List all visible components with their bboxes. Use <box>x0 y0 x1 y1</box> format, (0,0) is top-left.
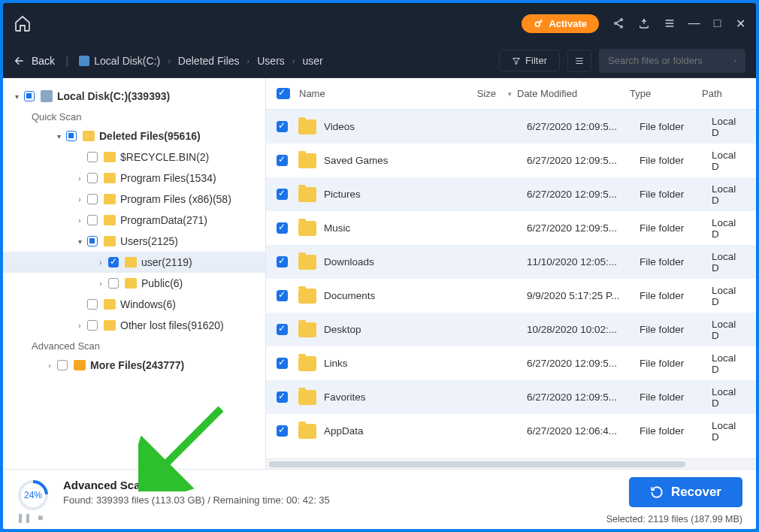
table-row[interactable]: Saved Games6/27/2020 12:09:5...File fold… <box>266 144 756 177</box>
checkbox[interactable] <box>87 173 98 183</box>
view-list-button[interactable] <box>567 50 591 72</box>
row-checkbox[interactable] <box>277 256 288 268</box>
col-name[interactable]: Name <box>290 88 448 99</box>
checkbox[interactable] <box>108 257 119 268</box>
row-checkbox[interactable] <box>277 391 288 403</box>
cell-date: 6/27/2020 12:09:5... <box>527 358 640 369</box>
home-icon[interactable] <box>14 14 32 32</box>
maximize-icon[interactable]: □ <box>712 19 722 29</box>
row-checkbox[interactable] <box>277 358 288 369</box>
close-icon[interactable]: ✕ <box>736 19 745 29</box>
tree-item[interactable]: ›Other lost files(91620) <box>3 315 265 336</box>
col-path[interactable]: Path <box>702 88 736 99</box>
chevron-icon[interactable]: › <box>75 195 84 204</box>
chevron-icon[interactable]: ▾ <box>54 132 63 141</box>
filter-label: Filter <box>525 55 547 66</box>
checkbox[interactable] <box>87 299 98 310</box>
chevron-down-icon[interactable]: ▾ <box>12 92 21 101</box>
chevron-icon[interactable]: › <box>75 216 84 225</box>
export-icon[interactable] <box>638 17 650 29</box>
col-date[interactable]: Date Modified <box>517 88 630 99</box>
row-checkbox[interactable] <box>277 324 288 335</box>
row-checkbox[interactable] <box>277 290 288 301</box>
breadcrumb-item[interactable]: Local Disk(C:) <box>94 55 160 67</box>
row-checkbox[interactable] <box>277 155 288 166</box>
checkbox[interactable] <box>66 131 77 141</box>
chevron-icon[interactable]: › <box>96 258 105 267</box>
row-checkbox[interactable] <box>277 425 288 437</box>
search-icon <box>734 54 736 68</box>
search-box[interactable] <box>599 49 745 73</box>
minimize-icon[interactable]: — <box>689 19 699 29</box>
checkbox[interactable] <box>57 360 68 370</box>
checkbox[interactable] <box>87 215 98 225</box>
row-checkbox[interactable] <box>277 222 288 234</box>
table-row[interactable]: Music6/27/2020 12:09:5...File folderLoca… <box>266 211 756 245</box>
tree-item[interactable]: ›ProgramData(271) <box>3 210 265 231</box>
tree-item[interactable]: Windows(6) <box>3 294 265 315</box>
checkbox[interactable] <box>87 194 98 204</box>
drive-icon <box>41 90 53 102</box>
tree-item[interactable]: ▾Users(2125) <box>3 231 265 252</box>
chevron-icon[interactable]: ▾ <box>75 237 84 246</box>
chevron-right-icon[interactable]: › <box>45 361 54 370</box>
tree-item[interactable]: $RECYCLE.BIN(2) <box>3 147 265 168</box>
table-row[interactable]: Pictures6/27/2020 12:09:5...File folderL… <box>266 177 756 211</box>
activate-label: Activate <box>549 18 587 29</box>
tree-root[interactable]: ▾ Local Disk(C:)(339393) <box>3 86 265 107</box>
horizontal-scrollbar[interactable] <box>266 458 756 469</box>
folder-icon <box>74 360 86 370</box>
folder-icon <box>298 187 316 202</box>
tree-label: Users(2125) <box>120 235 178 247</box>
menu-icon[interactable] <box>664 17 676 29</box>
checkbox[interactable] <box>24 91 35 101</box>
search-input[interactable] <box>608 55 734 66</box>
folder-icon <box>104 320 116 331</box>
checkbox[interactable] <box>87 236 98 246</box>
cell-type: File folder <box>640 391 712 403</box>
sort-arrow-icon[interactable]: ▾ <box>508 90 517 98</box>
table-row[interactable]: Downloads11/10/2020 12:05:...File folder… <box>266 245 756 279</box>
cell-date: 9/9/2020 5:17:25 P... <box>527 290 640 301</box>
filter-button[interactable]: Filter <box>499 50 560 71</box>
chevron-icon[interactable]: › <box>75 322 84 330</box>
pause-icon[interactable]: ❚❚ <box>17 512 32 523</box>
checkbox[interactable] <box>87 152 98 162</box>
tree-item[interactable]: ›Program Files (x86)(58) <box>3 189 265 210</box>
recover-button[interactable]: Recover <box>629 477 742 507</box>
tree-item[interactable]: ›Program Files(1534) <box>3 168 265 189</box>
table-row[interactable]: AppData6/27/2020 12:06:4...File folderLo… <box>266 414 756 448</box>
row-checkbox[interactable] <box>277 121 288 132</box>
table-row[interactable]: Videos6/27/2020 12:09:5...File folderLoc… <box>266 110 756 144</box>
folder-icon <box>298 255 316 270</box>
tree-item[interactable]: ›user(2119) <box>3 252 265 273</box>
row-checkbox[interactable] <box>277 189 288 200</box>
tree-item[interactable]: › More Files(243777) <box>3 355 265 376</box>
table-row[interactable]: Documents9/9/2020 5:17:25 P...File folde… <box>266 279 756 313</box>
chevron-icon[interactable]: › <box>96 280 105 288</box>
cell-type: File folder <box>640 425 712 437</box>
checkbox[interactable] <box>108 278 119 289</box>
table-row[interactable]: Favorites6/27/2020 12:09:5...File folder… <box>266 380 756 414</box>
cell-path: Local D <box>712 352 745 375</box>
tree-item[interactable]: ›Public(6) <box>3 273 265 294</box>
back-button[interactable]: Back <box>14 55 55 67</box>
col-type[interactable]: Type <box>630 88 702 99</box>
table-row[interactable]: Desktop10/28/2020 10:02:...File folderLo… <box>266 313 756 346</box>
folder-icon <box>104 194 116 204</box>
scrollbar-thumb[interactable] <box>269 461 685 467</box>
breadcrumb-item[interactable]: user <box>302 55 322 67</box>
col-size[interactable]: Size <box>448 88 508 99</box>
stop-icon[interactable]: ■ <box>38 512 43 523</box>
select-all-checkbox[interactable] <box>277 88 290 99</box>
share-icon[interactable] <box>612 17 624 29</box>
chevron-icon[interactable]: › <box>75 174 84 183</box>
breadcrumb-item[interactable]: Deleted Files <box>178 55 240 67</box>
tree-item[interactable]: ▾Deleted Files(95616) <box>3 125 265 147</box>
breadcrumb-item[interactable]: Users <box>257 55 285 67</box>
chevron-right-icon: › <box>292 56 295 65</box>
table-row[interactable]: Links6/27/2020 12:09:5...File folderLoca… <box>266 346 756 380</box>
folder-icon <box>298 356 316 371</box>
checkbox[interactable] <box>87 320 98 331</box>
activate-button[interactable]: Activate <box>522 14 599 33</box>
